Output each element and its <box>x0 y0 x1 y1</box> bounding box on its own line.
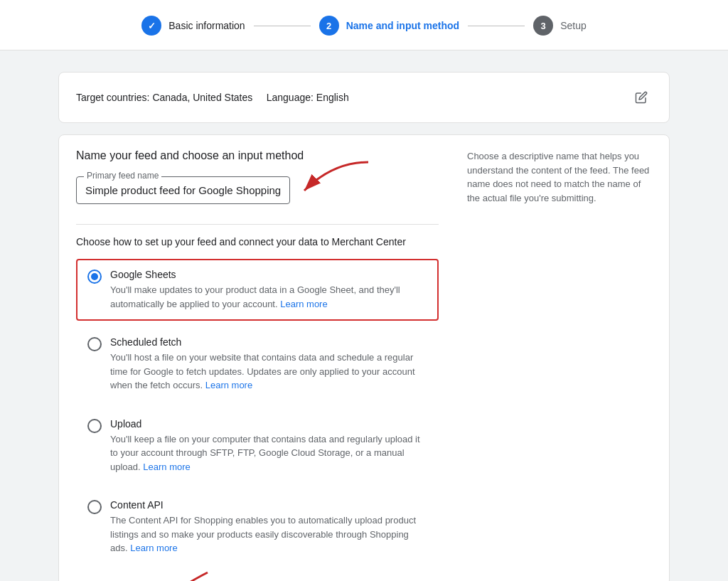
option-google-sheets[interactable]: Google Sheets You'll make updates to you… <box>76 259 439 321</box>
option-upload[interactable]: Upload You'll keep a file on your comput… <box>76 408 439 484</box>
step-connector-1 <box>254 26 311 26</box>
feed-section-title: Name your feed and choose an input metho… <box>76 149 439 162</box>
radio-scheduled-fetch[interactable] <box>87 337 102 351</box>
scheduled-fetch-title: Scheduled fetch <box>110 336 427 348</box>
info-bar-card: Target countries: Canada, United States … <box>58 72 670 123</box>
step-2-label: Name and input method <box>346 20 459 31</box>
language-value: English <box>316 92 349 103</box>
feed-card-left: Name your feed and choose an input metho… <box>76 149 439 571</box>
upload-title: Upload <box>110 418 427 430</box>
content-api-desc: The Content API for Shopping enables you… <box>110 513 427 555</box>
step-2: 2 Name and input method <box>319 16 459 36</box>
step-1: ✓ Basic information <box>141 16 245 36</box>
content-api-title: Content API <box>110 499 427 511</box>
google-sheets-learn-more[interactable]: Learn more <box>280 299 327 309</box>
option-scheduled-fetch[interactable]: Scheduled fetch You'll host a file on yo… <box>76 326 439 403</box>
language-label: Language: <box>267 92 314 103</box>
divider <box>76 224 439 225</box>
feed-name-wrapper: Primary feed name Simple product feed fo… <box>76 176 290 204</box>
google-sheets-content: Google Sheets You'll make updates to you… <box>110 269 427 311</box>
scheduled-fetch-desc: You'll host a file on your website that … <box>110 351 427 393</box>
info-bar-text: Target countries: Canada, United States … <box>76 92 349 103</box>
step-1-label: Basic information <box>168 20 245 31</box>
step-connector-2 <box>468 26 525 26</box>
radio-upload[interactable] <box>87 419 102 433</box>
upload-content: Upload You'll keep a file on your comput… <box>110 418 427 474</box>
main-content: Target countries: Canada, United States … <box>44 72 684 581</box>
feed-help-text: Choose a descriptive name that helps you… <box>467 149 652 571</box>
content-api-learn-more[interactable]: Learn more <box>130 543 177 553</box>
step-1-circle: ✓ <box>141 16 161 36</box>
upload-learn-more[interactable]: Learn more <box>143 462 190 472</box>
edit-button[interactable] <box>631 87 652 108</box>
step-3-circle: 3 <box>533 16 553 36</box>
scheduled-fetch-learn-more[interactable]: Learn more <box>205 380 252 390</box>
input-value: Simple product feed for Google Shopping <box>85 183 281 198</box>
step-2-circle: 2 <box>319 16 339 36</box>
feed-name-input-group[interactable]: Primary feed name Simple product feed fo… <box>76 176 290 204</box>
upload-desc: You'll keep a file on your computer that… <box>110 432 427 474</box>
option-content-api[interactable]: Content API The Content API for Shopping… <box>76 489 439 565</box>
google-sheets-desc: You'll make updates to your product data… <box>110 283 427 311</box>
stepper: ✓ Basic information 2 Name and input met… <box>0 0 728 50</box>
google-sheets-title: Google Sheets <box>110 269 427 280</box>
scheduled-fetch-desc-text: You'll host a file on your website that … <box>110 352 415 390</box>
radio-google-sheets[interactable] <box>87 270 102 284</box>
target-countries-value: Canada, United States <box>152 92 252 103</box>
arrow-annotation <box>290 155 375 212</box>
scheduled-fetch-content: Scheduled fetch You'll host a file on yo… <box>110 336 427 393</box>
radio-content-api[interactable] <box>87 500 102 514</box>
step-3: 3 Setup <box>533 16 587 36</box>
feed-card: Name your feed and choose an input metho… <box>58 134 670 581</box>
target-countries-label: Target countries: <box>76 92 150 103</box>
feed-card-inner: Name your feed and choose an input metho… <box>76 149 652 571</box>
method-section-title: Choose how to set up your feed and conne… <box>76 236 439 247</box>
content-api-content: Content API The Content API for Shopping… <box>110 499 427 555</box>
radio-options: Google Sheets You'll make updates to you… <box>76 259 439 565</box>
step-3-label: Setup <box>560 20 587 31</box>
edit-icon <box>635 91 648 104</box>
google-sheets-desc-text: You'll make updates to your product data… <box>110 284 400 309</box>
input-label: Primary feed name <box>84 171 161 181</box>
